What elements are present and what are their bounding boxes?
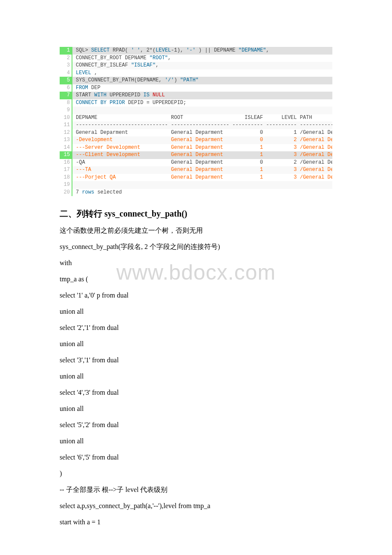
code-content: ------------------------------ ---------… xyxy=(72,121,332,129)
line-number: 7 xyxy=(60,92,72,99)
code-line: 13-Development General Deparment 0 2 /Ge… xyxy=(60,136,332,144)
line-number: 17 xyxy=(60,166,72,174)
body-text-line: select '2','1' from dual xyxy=(60,323,332,333)
code-line: 18---Porject QA General Deparment 1 3 /G… xyxy=(60,174,332,182)
code-line: 7START WITH UPPERDEPID IS NULL xyxy=(60,92,332,99)
code-line: 19 xyxy=(60,181,332,189)
body-text-line: tmp_a as ( xyxy=(60,274,332,284)
body-text-line: ) xyxy=(60,468,332,479)
line-number: 5 xyxy=(60,77,72,84)
code-line: 16-QA General Deparment 0 2 /General Dep… xyxy=(60,159,332,167)
body-text-line: start with a = 1 xyxy=(60,517,332,527)
body-text-line: sys_connect_by_path(字段名, 2 个字段之间的连接符号) xyxy=(60,242,332,252)
code-line: 6FROM DEP xyxy=(60,84,332,92)
code-content: FROM DEP xyxy=(72,84,332,92)
line-number: 19 xyxy=(60,181,72,189)
code-content: ---TA General Deparment 1 3 /General Dep… xyxy=(72,166,332,174)
code-line: 207 rows selected xyxy=(60,189,332,197)
section-heading: 二、列转行 sys_connect_by_path() xyxy=(60,208,332,220)
code-content: CONNECT_BY_ISLEAF "ISLEAF", xyxy=(72,62,332,69)
code-line: 14---Server Development General Deparmen… xyxy=(60,144,332,152)
code-line: 2CONNECT_BY_ROOT DEPNAME "ROOT", xyxy=(60,55,332,62)
line-number: 14 xyxy=(60,144,72,152)
line-number: 6 xyxy=(60,84,72,92)
code-content: ---Server Development General Deparment … xyxy=(72,144,332,152)
line-number: 16 xyxy=(60,159,72,167)
code-line: 3CONNECT_BY_ISLEAF "ISLEAF", xyxy=(60,62,332,69)
code-content: START WITH UPPERDEPID IS NULL xyxy=(72,92,332,99)
code-content xyxy=(72,107,332,114)
line-number: 3 xyxy=(60,62,72,69)
body-text-line: select '6','5' from dual xyxy=(60,452,332,462)
body-text-line: select '3','1' from dual xyxy=(60,355,332,365)
code-line: 9 xyxy=(60,107,332,114)
code-line: 11------------------------------ -------… xyxy=(60,121,332,129)
line-number: 1 xyxy=(60,47,72,55)
body-text-line: select '1' a,'0' p from dual xyxy=(60,290,332,301)
body-text-line: with xyxy=(60,258,332,268)
line-number: 20 xyxy=(60,189,72,197)
code-content xyxy=(72,181,332,189)
code-content: General Deparment General Deparment 0 1 … xyxy=(72,129,332,137)
code-line: 12General Deparment General Deparment 0 … xyxy=(60,129,332,137)
document-page: 1SQL> SELECT RPAD( ' ', 2*(LEVEL-1), '-'… xyxy=(0,47,392,550)
code-content: LEVEL , xyxy=(72,69,332,77)
body-text-line: union all xyxy=(60,404,332,414)
code-content: 7 rows selected xyxy=(72,189,332,197)
line-number: 8 xyxy=(60,99,72,107)
code-content: CONNECT BY PRIOR DEPID = UPPERDEPID; xyxy=(72,99,332,107)
body-paragraphs: 这个函数使用之前必须先建立一个树，否则无用sys_connect_by_path… xyxy=(60,225,332,527)
body-text-line: -- 子全部显示 根-->子 level 代表级别 xyxy=(60,485,332,495)
line-number: 15 xyxy=(60,151,72,159)
body-text-line: select a,p,sys_connect_by_path(a,'--'),l… xyxy=(60,501,332,511)
code-line: 17---TA General Deparment 1 3 /General D… xyxy=(60,166,332,174)
line-number: 11 xyxy=(60,121,72,129)
code-content: DEPNAME ROOT ISLEAF LEVEL PATH xyxy=(72,114,332,122)
line-number: 2 xyxy=(60,55,72,62)
code-line: 5SYS_CONNECT_BY_PATH(DEPNAME, '/') "PATH… xyxy=(60,77,332,84)
code-content: CONNECT_BY_ROOT DEPNAME "ROOT", xyxy=(72,55,332,62)
body-text-line: union all xyxy=(60,371,332,382)
code-line: 15---Client Development General Deparmen… xyxy=(60,151,332,159)
line-number: 12 xyxy=(60,129,72,137)
code-content: -Development General Deparment 0 2 /Gene… xyxy=(72,136,332,144)
code-line: 8CONNECT BY PRIOR DEPID = UPPERDEPID; xyxy=(60,99,332,107)
line-number: 9 xyxy=(60,107,72,114)
code-content: SYS_CONNECT_BY_PATH(DEPNAME, '/') "PATH" xyxy=(72,77,332,84)
line-number: 18 xyxy=(60,174,72,182)
body-text-line: union all xyxy=(60,339,332,349)
code-content: -QA General Deparment 0 2 /General Depar… xyxy=(72,159,332,167)
body-text-line: select '5','2' from dual xyxy=(60,420,332,430)
body-text-line: union all xyxy=(60,436,332,446)
code-content: SQL> SELECT RPAD( ' ', 2*(LEVEL-1), '-' … xyxy=(72,47,332,55)
code-line: 4LEVEL , xyxy=(60,69,332,77)
code-line: 1SQL> SELECT RPAD( ' ', 2*(LEVEL-1), '-'… xyxy=(60,47,332,55)
sql-code-block: 1SQL> SELECT RPAD( ' ', 2*(LEVEL-1), '-'… xyxy=(60,47,332,196)
code-line: 10DEPNAME ROOT ISLEAF LEVEL PATH xyxy=(60,114,332,122)
line-number: 13 xyxy=(60,136,72,144)
line-number: 10 xyxy=(60,114,72,122)
code-content: ---Porject QA General Deparment 1 3 /Gen… xyxy=(72,174,332,182)
body-text-line: union all xyxy=(60,306,332,317)
line-number: 4 xyxy=(60,69,72,77)
body-text-line: select '4','3' from dual xyxy=(60,387,332,398)
body-text-line: 这个函数使用之前必须先建立一个树，否则无用 xyxy=(60,225,332,236)
code-content: ---Client Development General Deparment … xyxy=(72,151,332,159)
